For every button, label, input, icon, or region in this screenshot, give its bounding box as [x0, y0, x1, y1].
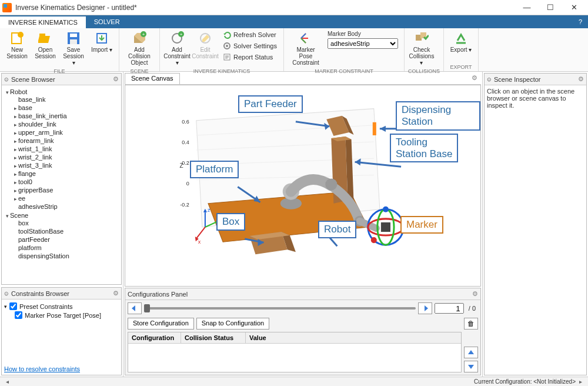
check-collisions-button[interactable]: Check Collisions ▾ — [408, 29, 435, 68]
edit-constraint-icon — [198, 31, 212, 45]
marker-icon — [299, 31, 313, 45]
gear-icon[interactable]: ⚙ — [113, 75, 119, 83]
tree-item[interactable]: ▸wrist_2_link — [12, 153, 119, 161]
titlebar: Inverse Kinematics Designer - untitled* … — [0, 0, 588, 15]
svg-text:+: + — [180, 32, 183, 37]
tree-item[interactable]: ▸flange — [12, 169, 119, 178]
configurations-panel-title: Configurations Panel — [128, 291, 188, 298]
new-session-button[interactable]: New Session — [4, 29, 31, 68]
collapse-icon[interactable]: ⊙ — [4, 291, 9, 297]
gear-icon[interactable]: ⚙ — [578, 75, 584, 83]
tree-item[interactable]: ▸ee — [12, 194, 119, 202]
marker-pose-constraint-button[interactable]: Marker Pose Constraint — [288, 29, 324, 68]
how-to-resolve-link[interactable]: How to resolve constraints — [4, 365, 119, 372]
gear-icon[interactable]: ⚙ — [113, 290, 119, 297]
open-session-icon — [38, 31, 52, 45]
scene-tree[interactable]: ▾Robot ·base_link▸base▸base_link_inertia… — [4, 88, 119, 261]
scene-inspector-title: Scene Inspector — [494, 76, 541, 83]
tree-item[interactable]: ▸base — [12, 104, 119, 112]
minimize-button[interactable]: — — [515, 1, 539, 15]
tree-item[interactable]: ▸shoulder_link — [12, 120, 119, 128]
move-down-button[interactable] — [464, 361, 478, 372]
preset-constraints-checkbox[interactable] — [9, 302, 17, 310]
tree-item[interactable]: ·platform — [12, 244, 119, 252]
add-collision-object-button[interactable]: + Add Collision Object — [123, 29, 156, 68]
col-collision-status: Collision Status — [181, 332, 246, 343]
prev-config-button[interactable] — [128, 302, 142, 314]
tree-item[interactable]: ·partFeeder — [12, 235, 119, 244]
config-slider[interactable] — [144, 307, 416, 310]
config-index-input[interactable] — [435, 303, 464, 314]
add-constraint-icon: + — [170, 31, 184, 45]
svg-point-48 — [383, 207, 389, 212]
svg-text:x: x — [198, 239, 201, 245]
collapse-icon[interactable]: ⊙ — [487, 76, 492, 82]
tree-item[interactable]: ·toolStationBase — [12, 227, 119, 235]
snap-to-configuration-button[interactable]: Snap to Configuration — [196, 318, 269, 330]
settings-icon — [223, 42, 231, 50]
tree-item[interactable]: ▸upper_arm_link — [12, 128, 119, 137]
scene-canvas-tab[interactable]: Scene Canvas — [125, 73, 180, 84]
config-table-body — [128, 344, 461, 372]
tree-item[interactable]: ▸gripperBase — [12, 186, 119, 194]
constraints-browser-title: Constraints Browser — [11, 290, 69, 297]
marker-body-select[interactable]: adhesiveStrip — [328, 38, 398, 49]
delete-config-button[interactable]: 🗑 — [464, 318, 478, 330]
tree-item[interactable]: ·box — [12, 219, 119, 227]
svg-rect-36 — [373, 122, 376, 135]
scene-inspector-panel: ⊙Scene Inspector⚙ Click on an object in … — [484, 73, 587, 375]
svg-text:Z: Z — [180, 162, 183, 169]
maximize-button[interactable]: ☐ — [539, 1, 562, 15]
tree-item[interactable]: ·base_link — [12, 95, 119, 104]
new-session-icon — [10, 31, 24, 45]
svg-point-15 — [226, 45, 228, 47]
move-up-button[interactable] — [464, 347, 478, 358]
svg-rect-4 — [70, 34, 77, 37]
tab-solver[interactable]: SOLVER — [86, 15, 128, 28]
col-configuration: Configuration — [128, 332, 181, 343]
next-config-button[interactable] — [418, 302, 432, 314]
export-button[interactable]: Export ▾ — [447, 29, 475, 64]
app-logo-icon — [2, 3, 12, 12]
store-configuration-button[interactable]: Store Configuration — [128, 318, 194, 330]
tree-item[interactable]: ·dispensingStation — [12, 252, 119, 260]
tree-item[interactable]: ▸base_link_inertia — [12, 112, 119, 120]
solver-settings-button[interactable]: Solver Settings — [220, 41, 280, 51]
scroll-right-button[interactable]: ▸ — [576, 378, 586, 385]
gear-icon[interactable]: ⚙ — [468, 73, 481, 84]
main-tabbar: INVERSE KINEMATICS SOLVER ? — [0, 15, 588, 28]
annotation-marker: Marker — [400, 216, 443, 234]
scroll-left-button[interactable]: ◂ — [2, 378, 12, 385]
annotation-robot: Robot — [318, 221, 356, 238]
tree-item[interactable]: ▸wrist_3_link — [12, 161, 119, 169]
refresh-solver-button[interactable]: Refresh Solver — [220, 29, 280, 40]
tab-inverse-kinematics[interactable]: INVERSE KINEMATICS — [0, 15, 86, 28]
svg-rect-5 — [70, 39, 77, 44]
import-button[interactable]: Import ▾ — [88, 29, 115, 68]
svg-line-57 — [197, 227, 205, 238]
tree-item[interactable]: ▸tool0 — [12, 178, 119, 186]
scene-canvas[interactable]: 0.6 0.4 0.2 0 -0.2 Z — [125, 85, 481, 287]
status-value: <Not Initialized> — [533, 378, 576, 385]
tree-item[interactable]: ▸forearm_link — [12, 137, 119, 145]
gear-icon[interactable]: ⚙ — [472, 290, 478, 298]
report-status-button[interactable]: Report Status — [220, 52, 280, 62]
edit-constraint-button: Edit Constraint — [192, 29, 219, 68]
save-session-button[interactable]: Save Session ▾ — [60, 29, 87, 68]
scene-browser-title: Scene Browser — [11, 76, 55, 83]
svg-text:0.6: 0.6 — [182, 119, 189, 125]
annotation-dispensing-station: Dispensing Station — [396, 101, 480, 131]
help-button[interactable]: ? — [573, 15, 588, 28]
tree-item[interactable]: ·adhesiveStrip — [12, 202, 119, 211]
close-button[interactable]: ✕ — [562, 1, 586, 15]
marker-body-label: Marker Body — [328, 31, 398, 37]
marker-pose-target-checkbox[interactable] — [15, 311, 22, 319]
add-constraint-button[interactable]: + Add Constraint ▾ — [163, 29, 191, 68]
window-title: Inverse Kinematics Designer - untitled* — [15, 4, 515, 12]
tree-item[interactable]: ▸wrist_1_link — [12, 145, 119, 153]
open-session-button[interactable]: Open Session — [32, 29, 59, 68]
svg-marker-63 — [380, 126, 386, 132]
import-icon — [95, 31, 109, 45]
collapse-icon[interactable]: ⊙ — [4, 76, 9, 82]
export-icon — [454, 31, 468, 45]
